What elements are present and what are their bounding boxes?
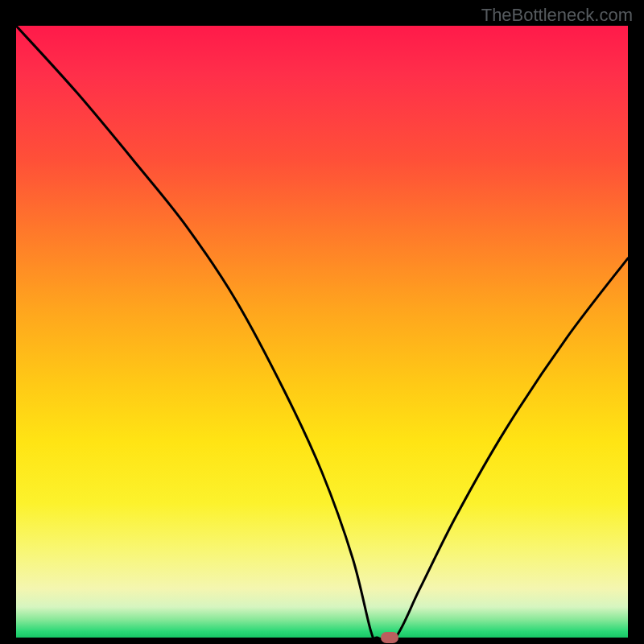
chart-plot-area [16,26,628,638]
watermark-text: TheBottleneck.com [481,5,633,26]
minimum-marker [381,632,398,643]
bottleneck-curve [16,26,628,638]
